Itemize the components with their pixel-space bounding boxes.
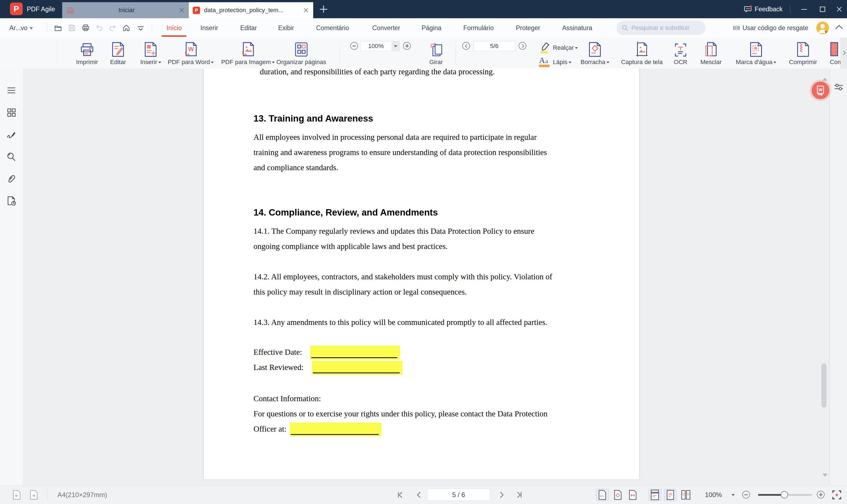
- last-page-icon[interactable]: [514, 490, 524, 500]
- zoom-out-button[interactable]: [350, 42, 358, 50]
- compress-button[interactable]: Comprimir: [781, 39, 825, 68]
- menu-exibir[interactable]: Exibir: [278, 18, 294, 38]
- collapse-toolbar-icon[interactable]: [835, 25, 843, 32]
- menu-editar[interactable]: Editar: [240, 18, 257, 38]
- menu-proteger[interactable]: Proteger: [516, 18, 540, 38]
- menu-icon[interactable]: [6, 85, 17, 96]
- zoom-slider-thumb[interactable]: [781, 491, 788, 499]
- maximize-button[interactable]: [814, 0, 830, 18]
- two-page-view-button[interactable]: [680, 489, 692, 501]
- previous-page-icon[interactable]: [414, 490, 424, 500]
- new-tab-button[interactable]: [319, 5, 328, 13]
- last-reviewed-label: Last Reviewed:: [253, 363, 303, 372]
- avatar[interactable]: [816, 21, 829, 34]
- zoom-value-label[interactable]: 100%: [705, 485, 722, 504]
- chevron-down-icon: [158, 61, 161, 63]
- pdf-agile-window: P PDF Agile Iniciar P data_protection_po…: [0, 0, 847, 504]
- last-reviewed-highlight[interactable]: [312, 361, 403, 375]
- previous-file-icon[interactable]: [12, 490, 21, 500]
- merge-button[interactable]: Mesclar: [692, 39, 730, 68]
- file-menu[interactable]: Ar...vo: [10, 18, 33, 38]
- redeem-icon: [733, 24, 740, 32]
- feedback-button[interactable]: Feedback: [744, 0, 782, 18]
- document-viewport[interactable]: duration, and responsibilities of each p…: [23, 69, 829, 485]
- next-page-button[interactable]: [518, 42, 526, 50]
- page-size-label: A4(210×297mm): [57, 485, 107, 504]
- single-page-view-button[interactable]: [664, 489, 677, 501]
- menu-converter[interactable]: Converter: [372, 18, 400, 38]
- minimize-button[interactable]: [796, 0, 812, 18]
- scroll-up-icon[interactable]: [823, 78, 827, 81]
- menu-assinatura[interactable]: Assinatura: [562, 18, 593, 38]
- pdf-to-word-button[interactable]: W PDF para Word: [163, 39, 218, 68]
- merge-icon: [705, 42, 717, 57]
- panel-settings-icon[interactable]: [833, 82, 844, 92]
- redeem-code-button[interactable]: Usar código de resgate: [733, 18, 808, 38]
- fullscreen-button[interactable]: [830, 489, 843, 501]
- prev-page-button[interactable]: [462, 42, 470, 50]
- next-file-icon[interactable]: [29, 490, 39, 500]
- menu-inicio[interactable]: Início: [167, 18, 182, 38]
- zoom-dropdown[interactable]: [391, 41, 400, 51]
- tab-start-label: Iniciar: [74, 7, 179, 14]
- watermark-button[interactable]: Marca d'água: [728, 39, 784, 68]
- first-page-icon[interactable]: [396, 490, 406, 500]
- zoom-in-button[interactable]: [817, 491, 825, 499]
- menu-inserir[interactable]: Inserir: [200, 18, 218, 38]
- scrollbar-thumb[interactable]: [821, 363, 827, 408]
- menu-comentario[interactable]: Comentário: [316, 18, 349, 38]
- attachment-icon[interactable]: [6, 174, 17, 184]
- officer-contact-highlight[interactable]: [290, 422, 382, 436]
- menu-formulario[interactable]: Formulário: [463, 18, 494, 38]
- search-input[interactable]: Pesquisar e substituir: [616, 21, 705, 35]
- organize-pages-button[interactable]: Organizar páginas: [271, 39, 332, 68]
- highlighter-icon[interactable]: [539, 40, 551, 54]
- app-name: PDF Agile: [27, 0, 55, 18]
- print-button[interactable]: Imprimir: [68, 39, 106, 68]
- zoom-in-button[interactable]: [403, 42, 411, 50]
- pencil-button[interactable]: Lápis: [553, 58, 571, 66]
- statusbar: A4(210×297mm) 5 / 6 1:1: [0, 485, 847, 504]
- print-icon[interactable]: [82, 24, 90, 32]
- ocr-button[interactable]: OCR: [665, 39, 696, 68]
- search-icon[interactable]: [6, 151, 17, 162]
- toolbar-scroll-strip[interactable]: [840, 38, 847, 69]
- rotate-pages-button[interactable]: Girar: [422, 39, 451, 68]
- fit-page-button[interactable]: [612, 489, 624, 501]
- svg-text:W: W: [188, 46, 194, 53]
- tab-start-close-icon[interactable]: [179, 7, 184, 13]
- eraser-document-icon: [588, 42, 601, 57]
- next-page-icon[interactable]: [496, 490, 507, 500]
- chevron-down-icon[interactable]: [731, 494, 735, 496]
- fit-width-button[interactable]: [627, 489, 639, 501]
- page-value-box[interactable]: 5/6: [473, 41, 515, 51]
- word-convert-icon: W: [815, 85, 826, 96]
- tab-document[interactable]: P data_protection_policy_tem...: [189, 2, 313, 18]
- open-file-icon[interactable]: [54, 24, 62, 32]
- doc-text-line: 14.2. All employees, contractors, and st…: [253, 272, 552, 281]
- toolbar-overflow-icon[interactable]: [137, 25, 145, 33]
- tab-document-close-icon[interactable]: [303, 7, 309, 13]
- screenshot-button[interactable]: Captura de tela: [612, 39, 672, 68]
- edit-button[interactable]: Editar: [102, 39, 135, 68]
- signature-icon[interactable]: [6, 129, 17, 140]
- zoom-value-box[interactable]: 100%: [360, 41, 392, 51]
- continuous-scroll-button[interactable]: [649, 489, 661, 501]
- actual-size-button[interactable]: 1:1: [596, 489, 609, 501]
- tab-start[interactable]: Iniciar: [62, 2, 189, 18]
- menu-pagina[interactable]: Página: [422, 18, 441, 38]
- close-button[interactable]: [831, 0, 847, 18]
- pdf-page[interactable]: duration, and responsibilities of each p…: [204, 69, 639, 480]
- scroll-down-icon[interactable]: [823, 474, 827, 476]
- thumbnails-icon[interactable]: [6, 107, 17, 118]
- effective-date-highlight[interactable]: [310, 346, 400, 359]
- home-nav-icon[interactable]: [122, 24, 130, 32]
- titlebar-separator: [790, 5, 790, 13]
- home-icon: [67, 6, 74, 14]
- zoom-out-button[interactable]: [742, 491, 750, 499]
- pdf-to-image-button[interactable]: PDF para Imagem: [216, 39, 280, 68]
- pdf-to-word-fab[interactable]: W: [812, 82, 829, 99]
- recent-history-icon[interactable]: [6, 196, 17, 206]
- text-style-icon[interactable]: A a: [539, 55, 551, 68]
- page-indicator-box[interactable]: 5 / 6: [427, 488, 490, 501]
